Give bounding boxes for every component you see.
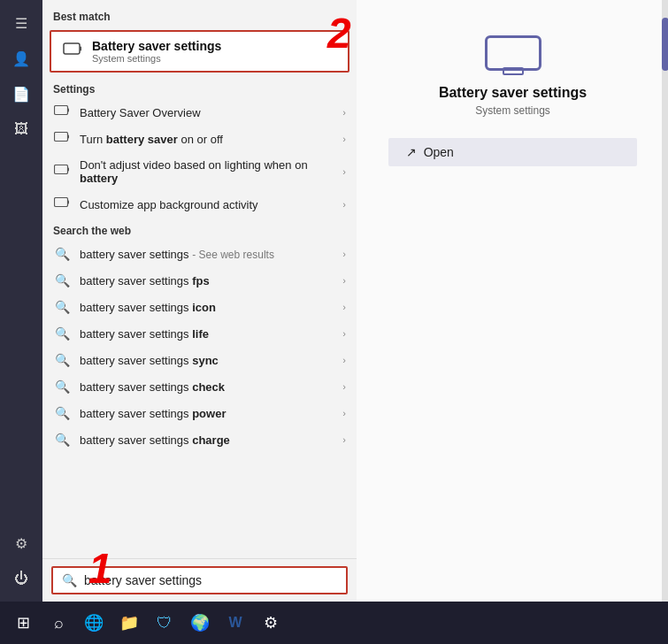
svg-rect-3: [68, 109, 70, 112]
web-item-6-label: battery saver settings power: [80, 407, 334, 420]
sidebar-strip: ☰ 👤 📄 🖼 ⚙ ⏻: [0, 0, 42, 602]
search-icon-2: 🔍: [53, 300, 71, 314]
web-item-5-label: battery saver settings check: [80, 380, 334, 394]
search-icon-4: 🔍: [53, 353, 71, 367]
web-chevron-5: ›: [342, 381, 346, 392]
svg-rect-4: [55, 133, 68, 142]
web-chevron-7: ›: [342, 434, 346, 445]
web-item-2[interactable]: 🔍 battery saver settings icon ›: [42, 294, 357, 320]
web-chevron-2: ›: [342, 302, 346, 312]
search-icon-1: 🔍: [53, 273, 71, 288]
settings-item-customize[interactable]: Customize app background activity ›: [42, 191, 357, 218]
web-item-4[interactable]: 🔍 battery saver settings sync ›: [42, 347, 357, 373]
search-bar-wrapper: 🔍: [42, 558, 357, 602]
search-icon-3: 🔍: [53, 326, 71, 341]
sidebar-image-icon[interactable]: 🖼: [5, 113, 37, 145]
left-panel: Best match Battery saver settings System…: [42, 0, 357, 602]
sidebar-settings-icon[interactable]: ⚙: [5, 527, 37, 559]
web-section-header: Search the web: [42, 218, 357, 241]
web-item-2-label: battery saver settings icon: [80, 301, 334, 314]
web-item-1[interactable]: 🔍 battery saver settings fps ›: [42, 267, 357, 294]
search-icon-6: 🔍: [53, 406, 71, 420]
best-match-subtitle: System settings: [92, 53, 221, 64]
sidebar-menu-icon[interactable]: ☰: [5, 7, 37, 39]
best-match-text: Battery saver settings System settings: [92, 39, 221, 64]
sidebar-user-icon[interactable]: 👤: [5, 42, 37, 74]
taskbar: ⊞ ⌕ 🌐 📁 🛡 🌍 W ⚙: [0, 602, 668, 644]
svg-rect-8: [55, 198, 68, 207]
svg-rect-0: [64, 43, 80, 54]
battery-icon-4: [53, 197, 71, 211]
best-match-icon: [62, 42, 83, 61]
chevron-icon-2: ›: [342, 134, 346, 144]
settings-item-overview[interactable]: Battery Saver Overview ›: [42, 99, 357, 126]
taskbar-start-icon[interactable]: ⊞: [7, 607, 39, 639]
web-item-5[interactable]: 🔍 battery saver settings check ›: [42, 373, 357, 400]
web-item-0-label: battery saver settings - See web results: [80, 248, 334, 261]
settings-item-video[interactable]: Don't adjust video based on lighting whe…: [42, 152, 357, 191]
search-icon-0: 🔍: [53, 247, 71, 261]
right-panel-title: Battery saver settings: [439, 85, 587, 101]
battery-icon-3: [53, 165, 71, 179]
search-bar[interactable]: 🔍: [51, 566, 348, 594]
svg-rect-6: [55, 165, 68, 174]
taskbar-search-icon[interactable]: ⌕: [42, 607, 74, 639]
svg-rect-5: [68, 135, 70, 139]
search-icon-7: 🔍: [53, 433, 71, 447]
search-bar-icon: 🔍: [62, 573, 77, 587]
web-item-1-label: battery saver settings fps: [80, 274, 334, 288]
settings-item-turn-label: Turn battery saver on or off: [80, 133, 334, 146]
svg-rect-9: [68, 201, 70, 204]
sidebar-power-icon[interactable]: ⏻: [5, 563, 37, 594]
web-chevron-3: ›: [342, 328, 346, 339]
open-button[interactable]: ↗ Open: [388, 138, 638, 166]
web-item-4-label: battery saver settings sync: [80, 354, 334, 367]
svg-rect-2: [55, 106, 68, 115]
chevron-icon-1: ›: [342, 107, 346, 118]
taskbar-browser1-icon[interactable]: 🌐: [78, 607, 110, 639]
web-item-0[interactable]: 🔍 battery saver settings - See web resul…: [42, 241, 357, 267]
open-button-icon: ↗: [406, 145, 417, 159]
web-item-3-label: battery saver settings life: [80, 327, 334, 341]
right-panel-subtitle: System settings: [475, 104, 550, 117]
web-item-7[interactable]: 🔍 battery saver settings charge ›: [42, 426, 357, 453]
search-icon-5: 🔍: [53, 380, 71, 394]
svg-rect-1: [81, 46, 82, 50]
svg-rect-7: [68, 168, 70, 172]
settings-section-header: Settings: [42, 76, 357, 99]
open-button-label: Open: [424, 145, 454, 159]
taskbar-word-icon[interactable]: W: [219, 607, 251, 639]
best-match-title: Battery saver settings: [92, 39, 221, 53]
battery-icon-2: [53, 132, 71, 146]
web-chevron-6: ›: [342, 408, 346, 418]
search-popup: Best match Battery saver settings System…: [42, 0, 668, 602]
best-match-item[interactable]: Battery saver settings System settings: [50, 30, 349, 73]
right-panel-battery-icon: [485, 35, 541, 71]
taskbar-files-icon[interactable]: 📁: [113, 607, 145, 639]
taskbar-edge-icon[interactable]: 🌍: [184, 607, 216, 639]
results-area: Best match Battery saver settings System…: [42, 0, 357, 558]
right-scrollbar-thumb: [662, 18, 668, 71]
search-input[interactable]: [84, 573, 337, 587]
battery-icon-1: [53, 105, 71, 119]
right-scrollbar: [662, 0, 668, 602]
taskbar-shield-icon[interactable]: 🛡: [149, 607, 180, 639]
web-item-7-label: battery saver settings charge: [80, 433, 334, 447]
chevron-icon-3: ›: [342, 166, 346, 177]
web-chevron-4: ›: [342, 355, 346, 365]
settings-item-customize-label: Customize app background activity: [80, 198, 334, 211]
chevron-icon-4: ›: [342, 199, 346, 210]
settings-item-video-label: Don't adjust video based on lighting whe…: [80, 158, 334, 185]
web-item-3[interactable]: 🔍 battery saver settings life ›: [42, 320, 357, 347]
web-item-6[interactable]: 🔍 battery saver settings power ›: [42, 400, 357, 426]
settings-item-turn[interactable]: Turn battery saver on or off ›: [42, 126, 357, 152]
taskbar-settings-icon[interactable]: ⚙: [255, 607, 287, 639]
web-chevron-0: ›: [342, 249, 346, 259]
best-match-header: Best match: [42, 7, 357, 27]
web-chevron-1: ›: [342, 275, 346, 286]
right-panel: Battery saver settings System settings ↗…: [357, 0, 668, 602]
sidebar-document-icon[interactable]: 📄: [5, 78, 37, 110]
settings-item-overview-label: Battery Saver Overview: [80, 106, 334, 119]
